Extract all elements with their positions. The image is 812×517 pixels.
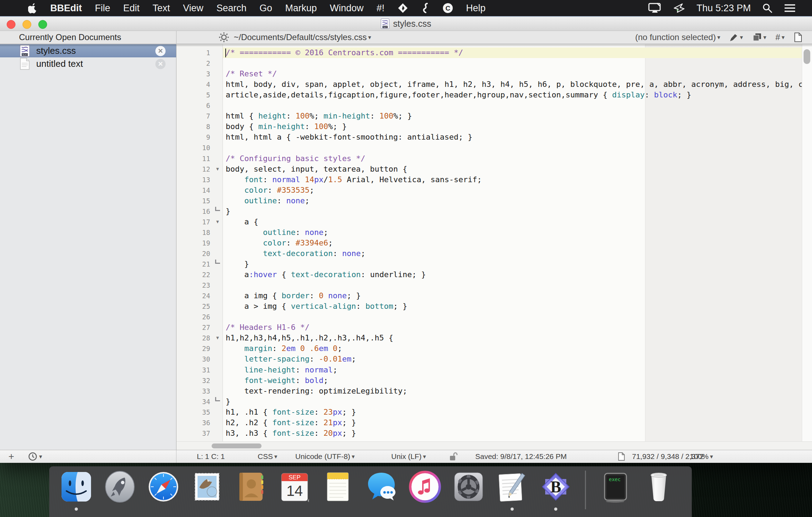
code-line-4[interactable]: html, body, div, span, applet, object, i… (223, 79, 802, 90)
text-editor[interactable]: 123456789101112▼1314151617▼1819202122232… (176, 44, 812, 450)
menu-markup[interactable]: Markup (285, 3, 317, 14)
code-line-7[interactable]: html { height: 100%; min-height: 100%; } (223, 111, 802, 121)
code-line-28[interactable]: h1,h2,h3,h4,h5,.h1,.h2,.h3,.h4,.h5 { (223, 333, 802, 343)
counter-dropdown[interactable]: # ▾ (775, 32, 785, 42)
code-line-23[interactable] (223, 280, 802, 291)
code-line-24[interactable]: a img { border: 0 none; } (223, 291, 802, 301)
menu-edit[interactable]: Edit (123, 3, 140, 14)
scripts-squiggle-icon[interactable] (421, 3, 430, 13)
menu-text[interactable]: Text (153, 3, 170, 14)
horizontal-scrollbar-thumb[interactable] (212, 443, 262, 448)
calendar-dock-icon[interactable]: SEP14 (275, 470, 314, 512)
menu-[interactable]: #! (376, 3, 385, 14)
menu-help[interactable]: Help (466, 3, 486, 14)
new-document-icon[interactable] (794, 32, 802, 42)
code-line-16[interactable]: } (223, 206, 802, 217)
code-line-2[interactable] (223, 58, 802, 69)
vertical-scrollbar-thumb[interactable] (804, 49, 810, 64)
code-line-17[interactable]: a { (223, 217, 802, 227)
code-line-27[interactable]: /* Headers H1-6 */ (223, 322, 802, 333)
trash-dock-icon[interactable] (639, 470, 678, 512)
system-preferences-dock-icon[interactable] (449, 470, 488, 512)
apple-menu-icon[interactable] (28, 3, 37, 13)
code-line-31[interactable]: line-height: normal; (223, 365, 802, 375)
fold-end-icon[interactable] (213, 259, 222, 269)
close-document-icon[interactable]: ✕ (155, 59, 166, 69)
code-line-15[interactable]: outline: none; (223, 196, 802, 206)
code-line-19[interactable]: color: #3394e6; (223, 238, 802, 248)
documents-stack-dropdown[interactable]: ▾ (752, 33, 767, 42)
menu-go[interactable]: Go (259, 3, 272, 14)
menu-bbedit[interactable]: BBEdit (50, 3, 82, 14)
menu-file[interactable]: File (95, 3, 110, 14)
display-mirroring-icon[interactable] (648, 2, 662, 14)
code-line-37[interactable]: h3, .h3 { font-size: 20px; } (223, 428, 802, 439)
code-line-12[interactable]: body, select, input, textarea, button { (223, 164, 802, 174)
menu-window[interactable]: Window (330, 3, 363, 14)
code-line-33[interactable]: text-rendering: optimizeLegibility; (223, 386, 802, 396)
fold-end-icon[interactable] (213, 396, 222, 407)
exec-script-dock-icon[interactable]: exec (596, 470, 634, 512)
spotlight-search-icon[interactable] (762, 3, 773, 13)
code-line-8[interactable]: body { min-height: 100%; } (223, 121, 802, 132)
fold-start-icon[interactable]: ▼ (213, 217, 222, 227)
code-line-25[interactable]: a > img { vertical-align: bottom; } (223, 301, 802, 312)
document-proxy-icon[interactable]: TEXT (381, 18, 389, 29)
code-line-5[interactable]: article,aside,details,figcaption,figure,… (223, 90, 802, 100)
lock-open-icon[interactable] (449, 450, 458, 463)
title-bar[interactable]: TEXT styles.css (0, 16, 812, 31)
pointer-utility-icon[interactable] (673, 2, 685, 14)
code-line-11[interactable]: /* Configuring basic styles */ (223, 153, 802, 164)
line-endings-dropdown[interactable]: Unix (LF)▾ (391, 450, 426, 463)
function-selector-dropdown[interactable]: (no function selected)▾ (635, 32, 720, 42)
code-line-20[interactable]: text-decoration: none; (223, 248, 802, 259)
script-diamond-icon[interactable] (398, 3, 408, 13)
c-circle-icon[interactable]: C (443, 3, 453, 13)
horizontal-scrollbar[interactable] (176, 441, 812, 450)
code-line-35[interactable]: h1, .h1 { font-size: 23px; } (223, 407, 802, 417)
safari-dock-icon[interactable] (144, 470, 183, 512)
menu-view[interactable]: View (183, 3, 204, 14)
mail-dock-icon[interactable] (188, 470, 226, 512)
contacts-dock-icon[interactable] (231, 470, 270, 512)
code-line-30[interactable]: letter-spacing: -0.01em; (223, 354, 802, 364)
code-line-34[interactable]: } (223, 396, 802, 407)
gear-icon[interactable] (219, 32, 229, 42)
code-line-29[interactable]: margin: 2em 0 .6em 0; (223, 343, 802, 354)
encoding-dropdown[interactable]: Unicode (UTF-8)▾ (295, 450, 355, 463)
add-document-button[interactable]: + (8, 451, 14, 462)
close-document-icon[interactable]: ✕ (155, 46, 166, 56)
code-line-32[interactable]: font-weight: bold; (223, 375, 802, 386)
document-path-dropdown[interactable]: ~/Documents/Default/css/styles.css▾ (234, 32, 371, 42)
zoom-dropdown[interactable]: 100%▾ (690, 450, 713, 463)
code-line-22[interactable]: a:hover { text-decoration: underline; } (223, 269, 802, 280)
code-area[interactable]: /* =========== © 2016 Centroarts.com ===… (223, 44, 802, 441)
menu-search[interactable]: Search (217, 3, 247, 14)
notification-center-icon[interactable] (784, 3, 796, 13)
vertical-scrollbar[interactable] (802, 44, 812, 441)
code-line-10[interactable] (223, 142, 802, 153)
code-line-36[interactable]: h2, .h2 { font-size: 21px; } (223, 417, 802, 428)
code-line-3[interactable]: /* Reset */ (223, 69, 802, 79)
code-line-13[interactable]: font: normal 14px/1.5 Arial, Helvetica, … (223, 174, 802, 185)
sidebar-item-styles-css[interactable]: TEXT styles.css ✕ (0, 44, 176, 57)
marker-pen-dropdown[interactable]: ▾ (729, 33, 743, 42)
code-line-26[interactable] (223, 312, 802, 322)
itunes-dock-icon[interactable] (406, 470, 444, 512)
language-dropdown[interactable]: CSS▾ (258, 450, 277, 463)
recent-documents-dropdown[interactable]: ▾ (28, 452, 42, 461)
bbedit-dock-icon[interactable]: B (536, 470, 575, 512)
code-line-18[interactable]: outline: none; (223, 227, 802, 238)
code-line-14[interactable]: color: #353535; (223, 185, 802, 196)
launchpad-dock-icon[interactable] (101, 470, 139, 512)
notes-dock-icon[interactable] (318, 470, 357, 512)
code-line-9[interactable]: html, html a { -webkit-font-smoothing: a… (223, 132, 802, 142)
textedit-dock-icon[interactable] (493, 470, 531, 512)
fold-start-icon[interactable]: ▼ (213, 164, 222, 174)
fold-start-icon[interactable]: ▼ (213, 333, 222, 343)
sidebar-item-untitled-text[interactable]: untitled text ✕ (0, 57, 176, 70)
code-line-21[interactable]: } (223, 259, 802, 269)
fold-end-icon[interactable] (213, 206, 222, 217)
menu-clock[interactable]: Thu 5:23 PM (696, 3, 751, 14)
code-line-6[interactable] (223, 100, 802, 111)
